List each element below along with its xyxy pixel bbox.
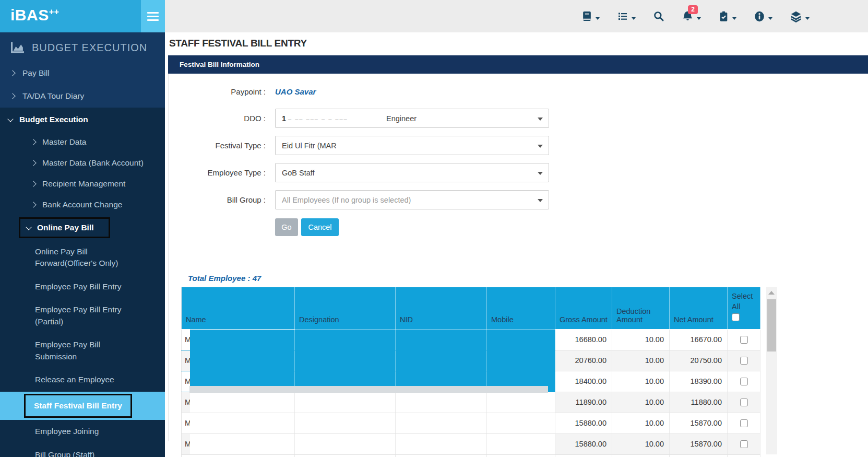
sidebar-item-bank-account-change[interactable]: Bank Account Change: [0, 194, 165, 215]
chevron-down-icon: [538, 199, 543, 202]
search-button[interactable]: [653, 10, 664, 22]
redacted-cell: [487, 329, 555, 350]
list-icon: [617, 11, 628, 21]
sidebar-item-pay-bill[interactable]: Pay Bill: [0, 62, 165, 85]
row-select-checkbox[interactable]: [740, 336, 748, 344]
chevron-down-icon: [538, 118, 543, 121]
table-row: Mo 11890.00 10.00 11880.00: [182, 392, 760, 413]
ddo-select[interactable]: 1 – –– ––– – – ––– Engineer: [275, 109, 549, 128]
sidebar-item-employee-joining[interactable]: Employee Joining: [0, 420, 165, 443]
chevron-down-icon: [632, 17, 636, 20]
chevron-right-icon: [30, 139, 36, 145]
column-header-designation: Designation: [295, 287, 396, 329]
chevron-down-icon: [732, 17, 736, 20]
module-header: BUDGET EXECUTION: [0, 32, 165, 62]
row-select-checkbox[interactable]: [740, 378, 748, 385]
chevron-down-icon: [538, 172, 543, 175]
sidebar-item-release-an-employee[interactable]: Release an Employee: [0, 368, 165, 391]
annotation-box: Online Pay Bill: [19, 217, 110, 238]
budget-execution-group: Budget Execution Master Data Master Data…: [0, 108, 165, 457]
employee-type-label: Employee Type :: [174, 168, 266, 177]
net-amount-cell: 15870.00: [670, 413, 728, 433]
net-amount-cell: 18390.00: [670, 371, 728, 392]
bill-group-select[interactable]: All Employees (If no group is selected): [275, 190, 549, 209]
redacted-cell: [487, 350, 555, 371]
festival-type-label: Festival Type :: [174, 141, 266, 150]
chevron-down-icon: [697, 17, 701, 20]
sidebar-toggle-button[interactable]: [141, 0, 165, 32]
row-select-checkbox[interactable]: [740, 399, 748, 406]
deduction-amount-cell: 10.00: [612, 329, 670, 350]
hamburger-icon: [147, 12, 159, 14]
sidebar-item-bill-group-staff[interactable]: Bill Group (Staff): [0, 443, 165, 457]
redacted-cell: [295, 413, 396, 433]
chevron-right-icon: [30, 181, 36, 186]
gross-amount-cell: 16680.00: [555, 329, 612, 350]
employee-type-select[interactable]: GoB Staff: [275, 163, 549, 182]
cancel-button[interactable]: Cancel: [301, 218, 339, 236]
table-header-row: Name Designation NID Mobile Gross Amount…: [182, 287, 760, 329]
chevron-down-icon: [768, 17, 772, 20]
sidebar-item-online-pay-bill[interactable]: Online Pay Bill: [0, 215, 165, 240]
employee-table: Name Designation NID Mobile Gross Amount…: [181, 287, 762, 457]
reports-menu-button[interactable]: [581, 10, 600, 22]
deduction-amount-cell: 10.00: [612, 413, 670, 433]
sidebar-item-budget-execution[interactable]: Budget Execution: [0, 108, 165, 132]
festival-type-row: Festival Type : Eid Ul Fitr (MAR: [174, 136, 549, 155]
gross-amount-cell: 15880.00: [555, 413, 612, 433]
top-bar: 2 iB: [0, 0, 868, 32]
chevron-down-icon: [596, 17, 600, 20]
ddo-designation: Engineer: [386, 114, 417, 123]
festival-type-select[interactable]: Eid Ul Fitr (MAR: [275, 136, 549, 155]
redacted-cell: [396, 350, 487, 371]
search-icon: [653, 10, 664, 22]
sidebar-item-tada-tour-diary[interactable]: TA/DA Tour Diary: [0, 85, 165, 108]
column-header-name: Name: [182, 287, 295, 329]
info-icon: [754, 10, 765, 22]
ddo-label: DDO :: [174, 114, 266, 123]
redaction-overlay: [190, 392, 294, 413]
approvals-menu-button[interactable]: [718, 10, 736, 22]
redacted-cell: [487, 433, 555, 454]
redacted-cell: [295, 329, 396, 350]
employee-type-row: Employee Type : GoB Staff: [174, 163, 549, 182]
brand-area: iBAS++: [0, 0, 165, 32]
redacted-cell: [396, 392, 487, 413]
row-select-checkbox[interactable]: [740, 419, 748, 427]
sidebar-item-employee-pay-bill-entry[interactable]: Employee Pay Bill Entry: [0, 275, 165, 298]
redacted-cell: [396, 433, 487, 454]
paypoint-label: Paypoint :: [174, 87, 266, 96]
net-amount-cell: 11880.00: [670, 392, 728, 413]
sidebar-item-online-pay-bill-forward[interactable]: Online Pay Bill Forward(Officer's Only): [0, 240, 165, 275]
row-select-checkbox[interactable]: [740, 440, 748, 448]
redacted-cell: [295, 350, 396, 371]
info-menu-button[interactable]: [754, 10, 772, 22]
sidebar-item-recipient-management[interactable]: Recipient Management: [0, 173, 165, 194]
sidebar-item-master-data-bank-account[interactable]: Master Data (Bank Account): [0, 153, 165, 173]
row-select-checkbox[interactable]: [740, 357, 748, 365]
notifications-button[interactable]: 2: [682, 10, 701, 22]
table-scrollbar[interactable]: [766, 287, 777, 454]
modules-menu-button[interactable]: [790, 10, 810, 22]
form-buttons-row: Go Cancel: [275, 218, 339, 236]
go-button[interactable]: Go: [275, 218, 298, 236]
sidebar-item-staff-festival-bill-entry[interactable]: Staff Festival Bill Entry: [0, 392, 165, 420]
chevron-right-icon: [30, 160, 36, 166]
gross-amount-cell: 20760.00: [555, 350, 612, 371]
paypoint-link[interactable]: UAO Savar: [275, 87, 316, 96]
sidebar-item-employee-pay-bill-submission[interactable]: Employee Pay Bill Submission: [0, 333, 165, 368]
select-all-checkbox[interactable]: [732, 313, 740, 321]
bill-group-label: Bill Group :: [174, 195, 266, 204]
scrollbar-thumb[interactable]: [767, 299, 776, 351]
ddo-row: DDO : 1 – –– ––– – – ––– Engineer: [174, 109, 549, 128]
redaction-overlay: [190, 329, 294, 350]
table-row: Mo 15880.00 10.00 15870.00: [182, 433, 760, 454]
task-list-menu-button[interactable]: [617, 11, 636, 21]
sidebar: BUDGET EXECUTION Pay Bill TA/DA Tour Dia…: [0, 32, 165, 457]
topbar-icon-group: 2: [581, 0, 868, 32]
sidebar-item-master-data[interactable]: Master Data: [0, 132, 165, 153]
scroll-up-arrow-icon[interactable]: [768, 291, 775, 295]
chevron-right-icon: [9, 93, 15, 99]
chevron-right-icon: [30, 202, 36, 207]
sidebar-item-employee-pay-bill-entry-partial[interactable]: Employee Pay Bill Entry (Partial): [0, 298, 165, 333]
